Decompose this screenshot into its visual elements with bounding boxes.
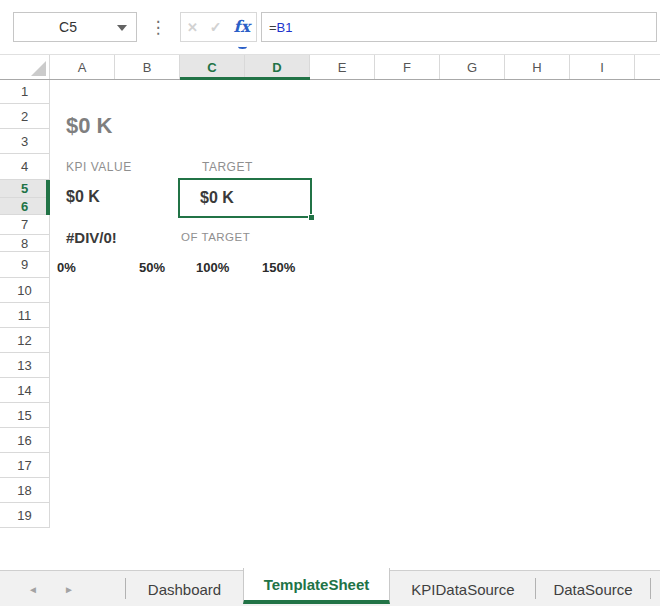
row-header-14[interactable]: 14	[0, 378, 49, 403]
row-header-column: 1 2 3 4 5 6 7 8 9 10 11 12 13 14 15 16 1…	[0, 80, 50, 528]
name-box-dropdown-icon[interactable]	[117, 25, 127, 31]
column-header-h[interactable]: H	[505, 55, 570, 79]
row-header-6[interactable]: 6	[0, 198, 49, 215]
cell-target-label[interactable]: TARGET	[202, 160, 253, 174]
row-header-3[interactable]: 3	[0, 129, 49, 154]
cell-kpi-value[interactable]: $0 K	[66, 188, 100, 206]
tab-kpidatasource[interactable]: KPIDataSource	[391, 571, 535, 606]
row-header-16[interactable]: 16	[0, 428, 49, 453]
tab-scroll-right-icon[interactable]: ►	[58, 571, 80, 606]
tab-scroll-left-icon[interactable]: ◄	[22, 571, 44, 606]
column-header-e[interactable]: E	[310, 55, 375, 79]
cell-big-kpi-value[interactable]: $0 K	[66, 113, 112, 139]
row-header-2[interactable]: 2	[0, 104, 49, 129]
spreadsheet-app: C5 ⋮ ✕ ✓ fx = B1 A B C D E F G H I 1 2	[0, 0, 660, 606]
tab-dashboard[interactable]: Dashboard	[126, 571, 243, 606]
column-header-d[interactable]: D	[245, 55, 310, 79]
formula-equals: =	[269, 20, 277, 35]
row-header-10[interactable]: 10	[0, 278, 49, 303]
selected-cell-value: $0 K	[180, 189, 234, 207]
tab-datasource[interactable]: DataSource	[536, 571, 650, 606]
row-header-1[interactable]: 1	[0, 80, 49, 104]
cell-kpi-value-label[interactable]: KPI VALUE	[66, 160, 132, 174]
selected-rows-bar	[46, 180, 50, 215]
formula-button-group: ✕ ✓ fx	[180, 12, 257, 42]
row-header-5[interactable]: 5	[0, 180, 49, 198]
cell-axis-0pct[interactable]: 0%	[57, 260, 76, 275]
row-header-8[interactable]: 8	[0, 235, 49, 252]
tab-divider	[650, 578, 651, 599]
column-header-c[interactable]: C	[180, 55, 245, 79]
formula-reference: B1	[277, 20, 293, 35]
insert-function-icon[interactable]: fx	[234, 19, 250, 35]
row-header-18[interactable]: 18	[0, 478, 49, 503]
column-header-f[interactable]: F	[375, 55, 440, 79]
row-header-7[interactable]: 7	[0, 215, 49, 235]
row-header-11[interactable]: 11	[0, 303, 49, 328]
row-header-12[interactable]: 12	[0, 328, 49, 353]
name-box[interactable]: C5	[13, 12, 137, 42]
row-header-17[interactable]: 17	[0, 453, 49, 478]
kebab-menu-icon[interactable]: ⋮	[150, 11, 166, 43]
sheet-tab-bar: ◄ ► Dashboard TemplateSheet KPIDataSourc…	[0, 570, 660, 606]
confirm-icon[interactable]: ✓	[210, 19, 222, 35]
selected-columns-underline	[180, 77, 310, 80]
select-all-icon	[31, 61, 46, 76]
column-header-row: A B C D E F G H I	[0, 54, 660, 80]
row-header-19[interactable]: 19	[0, 503, 49, 528]
row-header-9[interactable]: 9	[0, 252, 49, 278]
cell-div0-error[interactable]: #DIV/0!	[66, 229, 117, 246]
cell-axis-100pct[interactable]: 100%	[196, 260, 229, 275]
column-header-b[interactable]: B	[115, 55, 180, 79]
cell-of-target-label[interactable]: OF TARGET	[181, 231, 250, 243]
cell-axis-150pct[interactable]: 150%	[262, 260, 295, 275]
fill-handle[interactable]	[308, 214, 315, 221]
column-header-filler	[635, 55, 660, 79]
formula-bar: C5 ⋮ ✕ ✓ fx = B1	[0, 0, 660, 54]
column-header-g[interactable]: G	[440, 55, 505, 79]
cell-axis-50pct[interactable]: 50%	[139, 260, 165, 275]
row-header-15[interactable]: 15	[0, 403, 49, 428]
row-header-13[interactable]: 13	[0, 353, 49, 378]
name-box-value: C5	[59, 19, 91, 35]
formula-input[interactable]: = B1	[261, 12, 657, 42]
selected-cell-c5[interactable]: $0 K	[178, 178, 312, 218]
fx-icon-descender	[238, 44, 247, 49]
cancel-icon[interactable]: ✕	[187, 20, 198, 35]
select-all-button[interactable]	[0, 55, 50, 79]
row-header-4[interactable]: 4	[0, 154, 49, 180]
tab-templatesheet[interactable]: TemplateSheet	[243, 568, 390, 604]
column-header-i[interactable]: I	[570, 55, 635, 79]
column-header-a[interactable]: A	[50, 55, 115, 79]
